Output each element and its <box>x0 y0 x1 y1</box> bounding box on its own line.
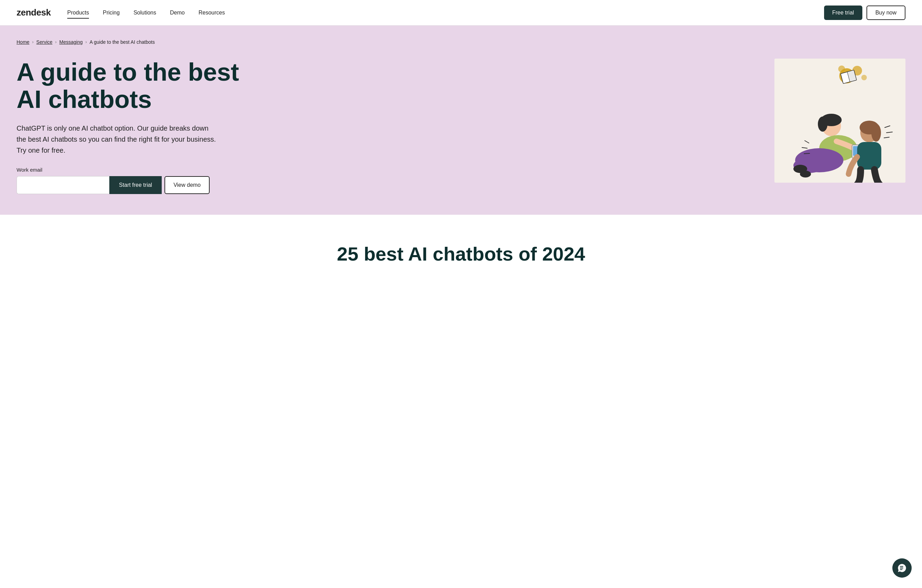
breadcrumb-current: A guide to the best AI chatbots <box>90 39 155 45</box>
hero-content: A guide to the best AI chatbots ChatGPT … <box>16 59 906 194</box>
main-nav: Products Pricing Solutions Demo Resource… <box>67 8 824 17</box>
hero-text: A guide to the best AI chatbots ChatGPT … <box>16 59 251 194</box>
nav-products[interactable]: Products <box>67 8 89 17</box>
site-header: zendesk Products Pricing Solutions Demo … <box>0 0 922 26</box>
buy-now-button[interactable]: Buy now <box>866 5 906 20</box>
hero-image <box>775 59 906 183</box>
breadcrumb-sep-3: › <box>85 40 87 44</box>
email-input[interactable] <box>16 176 109 194</box>
hero-title-line2: AI chatbots <box>16 85 152 113</box>
hero-title-line1: A guide to the best <box>16 58 239 86</box>
lower-title: 25 best AI chatbots of 2024 <box>16 242 906 265</box>
header-actions: Free trial Buy now <box>824 5 906 20</box>
start-trial-button[interactable]: Start free trial <box>109 176 162 194</box>
breadcrumb: Home › Service › Messaging › A guide to … <box>16 39 906 45</box>
nav-resources[interactable]: Resources <box>199 8 225 17</box>
svg-point-14 <box>800 171 811 178</box>
free-trial-button[interactable]: Free trial <box>824 5 862 20</box>
svg-line-26 <box>804 154 809 154</box>
hero-section: Home › Service › Messaging › A guide to … <box>0 26 922 215</box>
breadcrumb-home[interactable]: Home <box>16 39 29 45</box>
breadcrumb-service[interactable]: Service <box>36 39 52 45</box>
hero-svg <box>775 59 906 183</box>
svg-point-4 <box>862 75 867 80</box>
svg-point-9 <box>818 116 827 132</box>
breadcrumb-sep-2: › <box>55 40 57 44</box>
svg-point-3 <box>838 65 845 72</box>
hero-title: A guide to the best AI chatbots <box>16 59 251 113</box>
breadcrumb-sep-1: › <box>32 40 33 44</box>
hero-description: ChatGPT is only one AI chatbot option. O… <box>16 123 217 156</box>
breadcrumb-messaging[interactable]: Messaging <box>59 39 83 45</box>
svg-rect-20 <box>857 142 881 170</box>
svg-point-19 <box>871 124 881 142</box>
nav-demo[interactable]: Demo <box>170 8 185 17</box>
nav-solutions[interactable]: Solutions <box>134 8 156 17</box>
logo[interactable]: zendesk <box>16 7 51 18</box>
hero-form: Start free trial View demo <box>16 176 210 194</box>
nav-pricing[interactable]: Pricing <box>103 8 119 17</box>
lower-section: 25 best AI chatbots of 2024 <box>0 215 922 293</box>
email-label: Work email <box>16 167 251 173</box>
view-demo-button[interactable]: View demo <box>165 176 210 194</box>
